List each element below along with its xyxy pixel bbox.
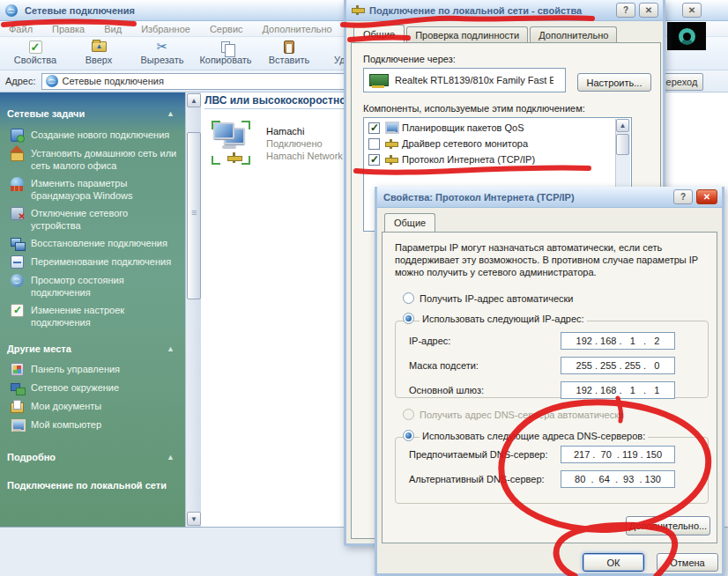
cancel-button[interactable]: Отмена [657,553,718,572]
ip-address-field[interactable]: 192 . 168 . 1 . 2 [561,332,675,350]
up-button[interactable]: Вверх [67,39,130,65]
radio-icon[interactable] [403,313,414,324]
lan-connection-plug-icon [351,4,364,16]
qos-service-icon [384,122,397,134]
netmon-checkbox[interactable] [368,138,380,150]
connection-status: Подключено [266,138,344,149]
address-value: Сетевые подключения [63,76,164,86]
radio-manual-ip[interactable]: Использовать следующий IP-адрес: [403,313,587,324]
close-button[interactable]: ✕ [696,189,717,204]
radio-auto-dns[interactable]: Получить адрес DNS-сервера автоматически [403,409,624,420]
radio-auto-ip[interactable]: Получить IP-адрес автоматически [403,292,573,304]
component-row-tcpip[interactable]: Протокол Интернета (TCP/IP) [365,151,613,167]
copy-button[interactable]: Копировать [194,39,257,65]
address-globe-icon [46,75,58,87]
paste-button[interactable]: Вставить [257,39,321,65]
task-disable-device[interactable]: Отключение сетевого устройства [0,204,185,234]
scroll-thumb[interactable] [187,132,201,299]
close-button[interactable]: ✕ [639,3,658,18]
task-pane: Сетевые задачи ▲ Создание нового подключ… [0,92,185,527]
menu-view[interactable]: Вид [104,24,122,34]
components-label: Компоненты, используемые этим подключени… [363,103,585,114]
preferred-dns-field[interactable]: 217 . 70 . 119 . 150 [561,446,675,463]
help-button[interactable]: ? [673,189,693,204]
ip-address-label: IP-адрес: [409,336,450,346]
network-globe-icon [5,4,18,17]
my-documents-icon [11,400,24,413]
alternate-dns-label: Альтернативный DNS-сервер: [409,474,545,484]
other-places-header[interactable]: Другие места ▲ [0,340,185,356]
task-repair[interactable]: Восстановление подключения [0,234,185,253]
menu-file[interactable]: Файл [9,24,33,34]
copy-icon [221,41,230,53]
scroll-thumb[interactable] [616,134,629,155]
place-my-computer[interactable]: Мой компьютер [0,416,185,434]
task-pane-scrollbar[interactable]: ▲ ▼ [185,92,201,527]
adapter-field[interactable]: Realtek RTL8139/810x Family Fast Etherne… [363,68,566,92]
place-my-documents[interactable]: Мои документы [0,397,185,416]
clipboard-icon [284,41,294,54]
control-panel-icon [11,363,24,376]
menu-advanced[interactable]: Дополнительно [263,24,332,34]
menu-favorites[interactable]: Избранное [141,24,190,34]
details-connection-title: Подключение по локальной сети [0,475,185,496]
firewall-icon [11,177,24,190]
tcpip-general-tab-panel: Параметры IP могут назначаться автоматич… [382,232,717,543]
lan-connection-icon [212,121,257,170]
task-home-network[interactable]: Установить домашнюю сеть или сеть малого… [0,144,185,174]
explorer-throbber-icon [667,22,706,50]
qos-checkbox[interactable] [368,122,380,134]
scroll-up-icon[interactable]: ▲ [616,119,629,132]
tcpip-intro-text: Параметры IP могут назначаться автоматич… [395,241,705,278]
tab-authentication[interactable]: Проверка подлинности [406,26,528,43]
properties-button[interactable]: ✓ Свойства [4,39,67,65]
gateway-field[interactable]: 192 . 168 . 1 . 1 [561,381,675,399]
rename-icon [11,255,24,269]
ok-button[interactable]: ОК [583,553,644,572]
scroll-down-icon[interactable]: ▼ [187,512,201,526]
task-view-status[interactable]: Просмотр состояния подключения [0,271,185,301]
tcpip-properties-dialog: Свойства: Протокол Интернета (TCP/IP) ? … [375,187,724,576]
collapse-arrow-icon: ▲ [167,453,175,462]
network-tasks-header[interactable]: Сетевые задачи ▲ [0,105,185,121]
connection-device: Hamachi Network Interface [266,151,344,161]
tcpip-checkbox[interactable] [368,154,380,166]
radio-icon[interactable] [403,409,414,420]
cut-button[interactable]: ✂ Вырезать [130,39,194,65]
details-header[interactable]: Подробно ▲ [0,448,185,464]
home-network-icon [11,147,24,160]
component-row-netmon[interactable]: Драйвер сетевого монитора [365,136,613,151]
component-row-qos[interactable]: Планировщик пакетов QoS [365,120,613,136]
radio-icon[interactable] [403,430,414,441]
tab-advanced[interactable]: Дополнительно [530,26,617,43]
task-new-connection[interactable]: Создание нового подключения [0,126,185,144]
advanced-button[interactable]: Дополнительно... [626,516,710,535]
network-places-icon [11,381,24,395]
task-rename[interactable]: Переименование подключения [0,253,185,271]
tab-general[interactable]: Общие [384,213,435,233]
alternate-dns-field[interactable]: 80 . 64 . 93 . 130 [561,470,675,488]
disable-device-icon [11,207,24,220]
repair-icon [11,237,24,250]
preferred-dns-label: Предпочитаемый DNS-сервер: [409,449,547,460]
menu-tools[interactable]: Сервис [210,24,243,34]
tab-general[interactable]: Общие [353,25,405,44]
task-change-settings[interactable]: Изменение настроек подключения [0,301,185,331]
scroll-up-icon[interactable]: ▲ [187,93,201,107]
hamachi-connection-item[interactable]: Hamachi Подключено Hamachi Network Inter… [212,121,361,170]
configure-button[interactable]: Настроить... [577,73,651,92]
task-firewall[interactable]: Изменить параметры брандмауэра Windows [0,174,185,204]
folder-up-icon [92,41,107,52]
tcpip-dialog-title: Свойства: Протокол Интернета (TCP/IP) [383,192,673,203]
help-button[interactable]: ? [616,3,635,18]
radio-manual-dns[interactable]: Использовать следующие адреса DNS-сервер… [403,430,648,441]
menu-edit[interactable]: Правка [52,24,85,34]
place-control-panel[interactable]: Панель управления [0,360,185,379]
network-adapter-icon [369,74,389,86]
radio-icon[interactable] [403,292,414,304]
close-button[interactable]: ✕ [682,3,702,18]
tcpip-dialog-title-bar[interactable]: Свойства: Протокол Интернета (TCP/IP) ? … [377,187,722,208]
place-network-places[interactable]: Сетевое окружение [0,379,185,397]
lan-dialog-title-bar[interactable]: Подключение по локальной сети - свойства… [346,0,663,21]
subnet-mask-field[interactable]: 255 . 255 . 255 . 0 [561,357,675,374]
